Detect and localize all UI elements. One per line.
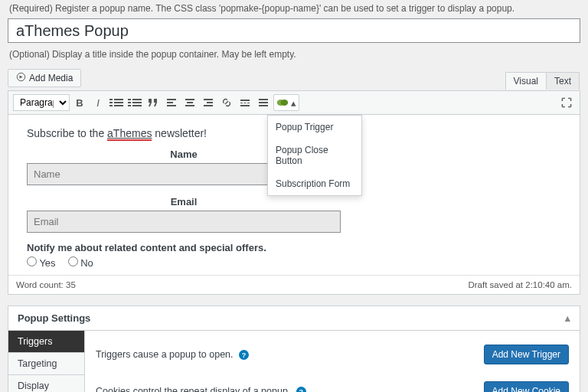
bulleted-list-button[interactable] [108,94,125,111]
insert-popup-dropdown: Popup Trigger Popup Close Button Subscri… [267,115,362,196]
tab-visual[interactable]: Visual [505,72,547,90]
draft-saved: Draft saved at 2:10:40 am. [468,280,572,289]
align-right-button[interactable] [200,94,217,111]
align-center-button[interactable] [181,94,198,111]
help-icon[interactable]: ? [296,387,306,392]
popup-settings-title: Popup Settings [18,312,90,324]
settings-content: Triggers cause a popup to open. ? Add Ne… [85,331,580,392]
numbered-list-button[interactable] [126,94,143,111]
email-field[interactable] [27,211,341,233]
dropdown-popup-close[interactable]: Popup Close Button [268,139,361,172]
add-new-cookie-button[interactable]: Add New Cookie [484,381,569,392]
format-select[interactable]: Paragraph [13,94,70,111]
word-count: Word count: 35 [16,280,76,289]
notify-text: Notify me about related content and spec… [27,242,561,253]
insert-more-button[interactable] [237,94,253,111]
sidebar-item-display[interactable]: Display [8,375,84,392]
editor-statusbar: Word count: 35 Draft saved at 2:10:40 am… [8,275,580,294]
toolbar-toggle-button[interactable] [255,94,272,111]
chevron-up-icon: ▴ [291,97,296,109]
triggers-desc: Triggers cause a popup to open. [96,349,234,360]
tab-text[interactable]: Text [546,72,580,90]
help-icon[interactable]: ? [239,350,249,360]
athemes-link[interactable]: aThemes [107,127,152,141]
blockquote-button[interactable] [145,94,162,111]
link-button[interactable] [218,94,235,111]
radio-yes[interactable]: Yes [27,256,56,269]
dropdown-popup-trigger[interactable]: Popup Trigger [268,116,361,139]
add-media-button[interactable]: Add Media [8,69,81,87]
cookies-desc: Cookies control the repeat display of a … [96,386,290,392]
popup-name-input[interactable] [8,18,580,43]
panel-toggle-icon[interactable]: ▴ [565,312,570,324]
dropdown-subscription-form[interactable]: Subscription Form [268,172,361,195]
svg-point-2 [281,100,289,106]
editor-toolbar: Paragraph B I ▴ [8,91,580,115]
radio-no[interactable]: No [68,256,93,269]
popup-name-hint: (Required) Register a popup name. The CS… [0,0,588,18]
popup-settings-panel: Popup Settings ▴ Triggers Targeting Disp… [8,305,580,392]
media-icon [16,72,26,84]
bold-button[interactable]: B [71,94,88,111]
email-label: Email [27,196,341,207]
editor: Visual Text Paragraph B I ▴ Popup Trigge… [8,90,580,295]
sidebar-item-targeting[interactable]: Targeting [8,353,84,375]
add-media-label: Add Media [29,73,73,83]
popup-title-hint: (Optional) Display a title inside the po… [0,46,588,64]
fullscreen-button[interactable] [558,94,575,111]
settings-sidebar: Triggers Targeting Display Close [8,331,85,392]
align-left-button[interactable] [163,94,180,111]
add-new-trigger-button[interactable]: Add New Trigger [484,345,569,364]
italic-button[interactable]: I [90,94,106,111]
insert-popup-menu-button[interactable]: ▴ [273,94,299,111]
sidebar-item-triggers[interactable]: Triggers [8,331,84,353]
